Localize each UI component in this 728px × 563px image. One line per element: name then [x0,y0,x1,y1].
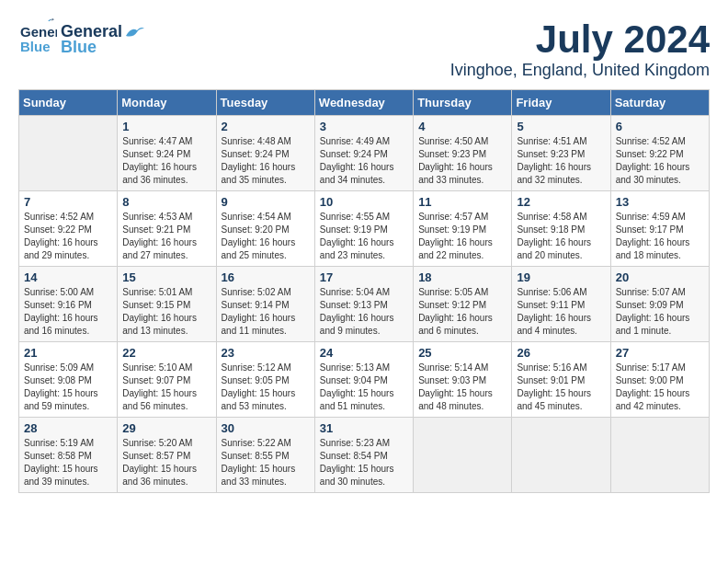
day-info: Sunrise: 5:10 AM Sunset: 9:07 PM Dayligh… [122,362,210,413]
calendar-cell: 2Sunrise: 4:48 AM Sunset: 9:24 PM Daylig… [216,116,314,191]
day-number: 22 [122,346,210,360]
day-info: Sunrise: 4:51 AM Sunset: 9:23 PM Dayligh… [517,135,605,187]
calendar-cell: 11Sunrise: 4:57 AM Sunset: 9:19 PM Dayli… [414,191,512,267]
month-year-title: July 2024 [450,18,710,61]
calendar-week-row: 21Sunrise: 5:09 AM Sunset: 9:08 PM Dayli… [19,342,710,418]
day-number: 19 [517,270,605,284]
calendar-week-row: 28Sunrise: 5:19 AM Sunset: 8:58 PM Dayli… [19,418,710,493]
calendar-cell: 26Sunrise: 5:16 AM Sunset: 9:01 PM Dayli… [512,342,610,418]
calendar-cell: 25Sunrise: 5:14 AM Sunset: 9:03 PM Dayli… [414,342,512,418]
svg-text:General: General [20,24,57,40]
day-number: 20 [616,270,704,284]
day-number: 13 [616,195,704,209]
day-number: 3 [320,120,408,133]
day-info: Sunrise: 5:07 AM Sunset: 9:09 PM Dayligh… [616,286,704,338]
day-number: 27 [616,346,704,360]
day-number: 4 [418,120,506,133]
day-info: Sunrise: 5:19 AM Sunset: 8:58 PM Dayligh… [24,437,112,488]
day-info: Sunrise: 4:58 AM Sunset: 9:18 PM Dayligh… [517,211,605,262]
day-number: 14 [24,270,112,284]
day-info: Sunrise: 5:17 AM Sunset: 9:00 PM Dayligh… [616,362,704,413]
svg-text:Blue: Blue [20,39,51,54]
calendar-cell: 30Sunrise: 5:22 AM Sunset: 8:55 PM Dayli… [216,418,314,493]
day-number: 18 [418,270,506,284]
logo-bird-icon [124,25,144,40]
calendar-cell: 8Sunrise: 4:53 AM Sunset: 9:21 PM Daylig… [118,191,216,267]
day-number: 25 [418,346,506,360]
day-number: 29 [122,421,210,435]
page-header: General Blue General Blue July 2024 Ivin… [18,18,710,80]
calendar-cell [19,116,118,191]
weekday-header-thursday: Thursday [414,90,512,116]
weekday-header-monday: Monday [118,90,216,116]
calendar-cell [512,418,610,493]
day-info: Sunrise: 5:06 AM Sunset: 9:11 PM Dayligh… [517,286,605,338]
day-info: Sunrise: 5:00 AM Sunset: 9:16 PM Dayligh… [24,286,112,338]
calendar-cell: 5Sunrise: 4:51 AM Sunset: 9:23 PM Daylig… [512,116,610,191]
weekday-header-row: SundayMondayTuesdayWednesdayThursdayFrid… [19,90,710,116]
calendar-cell: 3Sunrise: 4:49 AM Sunset: 9:24 PM Daylig… [314,116,413,191]
day-number: 10 [320,195,408,209]
calendar-cell: 6Sunrise: 4:52 AM Sunset: 9:22 PM Daylig… [610,116,709,191]
day-info: Sunrise: 4:59 AM Sunset: 9:17 PM Dayligh… [616,211,704,262]
calendar-week-row: 1Sunrise: 4:47 AM Sunset: 9:24 PM Daylig… [19,116,710,191]
weekday-header-friday: Friday [512,90,610,116]
day-info: Sunrise: 5:01 AM Sunset: 9:15 PM Dayligh… [122,286,210,338]
day-number: 7 [24,195,112,209]
calendar-cell: 22Sunrise: 5:10 AM Sunset: 9:07 PM Dayli… [118,342,216,418]
day-info: Sunrise: 5:16 AM Sunset: 9:01 PM Dayligh… [517,362,605,413]
day-info: Sunrise: 5:04 AM Sunset: 9:13 PM Dayligh… [320,286,408,338]
calendar-cell: 21Sunrise: 5:09 AM Sunset: 9:08 PM Dayli… [19,342,118,418]
day-number: 17 [320,270,408,284]
location-text: Ivinghoe, England, United Kingdom [450,61,710,80]
day-number: 28 [24,421,112,435]
title-block: July 2024 Ivinghoe, England, United King… [450,18,710,80]
day-number: 23 [222,346,310,360]
calendar-cell: 18Sunrise: 5:05 AM Sunset: 9:12 PM Dayli… [414,267,512,342]
logo: General Blue General Blue [18,18,144,61]
logo-icon: General Blue [18,18,57,57]
calendar-cell: 14Sunrise: 5:00 AM Sunset: 9:16 PM Dayli… [19,267,118,342]
calendar-cell: 31Sunrise: 5:23 AM Sunset: 8:54 PM Dayli… [314,418,413,493]
calendar-cell: 23Sunrise: 5:12 AM Sunset: 9:05 PM Dayli… [216,342,314,418]
calendar-cell: 28Sunrise: 5:19 AM Sunset: 8:58 PM Dayli… [19,418,118,493]
day-info: Sunrise: 4:48 AM Sunset: 9:24 PM Dayligh… [222,135,310,187]
day-info: Sunrise: 4:54 AM Sunset: 9:20 PM Dayligh… [222,211,310,262]
weekday-header-sunday: Sunday [19,90,118,116]
calendar-cell: 9Sunrise: 4:54 AM Sunset: 9:20 PM Daylig… [216,191,314,267]
day-number: 24 [320,346,408,360]
day-info: Sunrise: 5:02 AM Sunset: 9:14 PM Dayligh… [222,286,310,338]
day-info: Sunrise: 5:12 AM Sunset: 9:05 PM Dayligh… [222,362,310,413]
day-number: 30 [222,421,310,435]
day-info: Sunrise: 4:53 AM Sunset: 9:21 PM Dayligh… [122,211,210,262]
day-number: 9 [222,195,310,209]
calendar-cell: 16Sunrise: 5:02 AM Sunset: 9:14 PM Dayli… [216,267,314,342]
day-info: Sunrise: 5:05 AM Sunset: 9:12 PM Dayligh… [418,286,506,338]
calendar-cell: 15Sunrise: 5:01 AM Sunset: 9:15 PM Dayli… [118,267,216,342]
day-number: 5 [517,120,605,133]
calendar-cell: 29Sunrise: 5:20 AM Sunset: 8:57 PM Dayli… [118,418,216,493]
calendar-cell [610,418,709,493]
day-number: 21 [24,346,112,360]
day-info: Sunrise: 4:55 AM Sunset: 9:19 PM Dayligh… [320,211,408,262]
calendar-week-row: 7Sunrise: 4:52 AM Sunset: 9:22 PM Daylig… [19,191,710,267]
day-info: Sunrise: 5:14 AM Sunset: 9:03 PM Dayligh… [418,362,506,413]
calendar-table: SundayMondayTuesdayWednesdayThursdayFrid… [18,89,710,493]
calendar-cell: 20Sunrise: 5:07 AM Sunset: 9:09 PM Dayli… [610,267,709,342]
day-number: 26 [517,346,605,360]
weekday-header-wednesday: Wednesday [314,90,413,116]
day-number: 11 [418,195,506,209]
weekday-header-tuesday: Tuesday [216,90,314,116]
day-info: Sunrise: 4:57 AM Sunset: 9:19 PM Dayligh… [418,211,506,262]
calendar-cell: 13Sunrise: 4:59 AM Sunset: 9:17 PM Dayli… [610,191,709,267]
day-number: 12 [517,195,605,209]
calendar-cell: 1Sunrise: 4:47 AM Sunset: 9:24 PM Daylig… [118,116,216,191]
day-info: Sunrise: 4:49 AM Sunset: 9:24 PM Dayligh… [320,135,408,187]
day-info: Sunrise: 5:09 AM Sunset: 9:08 PM Dayligh… [24,362,112,413]
day-number: 31 [320,421,408,435]
day-number: 16 [222,270,310,284]
day-number: 2 [222,120,310,133]
calendar-cell [414,418,512,493]
calendar-cell: 4Sunrise: 4:50 AM Sunset: 9:23 PM Daylig… [414,116,512,191]
day-info: Sunrise: 4:50 AM Sunset: 9:23 PM Dayligh… [418,135,506,187]
